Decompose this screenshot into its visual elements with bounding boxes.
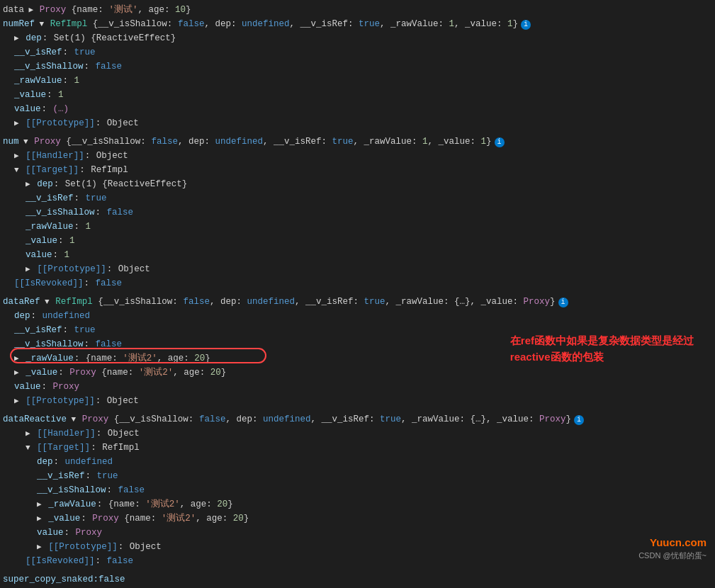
target-arrow[interactable]: ▼ (14, 164, 19, 176)
dr-dep-val: undefined (37, 310, 90, 322)
dra-isshallow-row: __v_isShallow : false (0, 483, 715, 497)
target-proto-val: Object (113, 263, 150, 276)
target-val: RefImpl (86, 164, 128, 176)
value2-row[interactable]: value : (…) (0, 102, 715, 116)
dra-rawvalue-row[interactable]: ▶ _rawValue : {name: '测试2', age: 20} (0, 497, 715, 511)
dra-dep-val: undefined (60, 456, 113, 468)
dr-rawvalue-val: {name: '测试2', age: 20} (80, 352, 210, 365)
dr-value-arrow[interactable]: ▶ (14, 366, 19, 379)
dra-value-row[interactable]: ▶ _value : Proxy {name: '测试2', age: 20} (0, 511, 715, 526)
dra-rawvalue-arrow[interactable]: ▶ (37, 498, 42, 511)
expand-arrow-dep[interactable]: ▶ (14, 32, 19, 45)
dataref-value: {__v_isShallow: false, dep: undefined, _… (93, 295, 556, 308)
handler-arrow[interactable]: ▶ (14, 149, 19, 162)
dataref-collapse[interactable]: ▼ (40, 295, 55, 308)
handler-key: [[Handler]] (21, 149, 84, 162)
datareactive-info-icon[interactable]: i (574, 415, 584, 425)
dra-handler-row[interactable]: ▶ [[Handler]] : Object (0, 426, 715, 441)
devtools-panel: data ▶ Proxy {name: '测试', age: 10} numRe… (0, 0, 715, 588)
watermark-csdn: CSDN @忧郁的蛋~ (638, 550, 706, 561)
dra-handler-val: Object (102, 427, 140, 440)
dataref-info-icon[interactable]: i (558, 298, 568, 307)
prototype-row[interactable]: ▶ [[Prototype]] : Object (0, 116, 715, 130)
target-proto-key: [[Prototype]] (32, 263, 106, 276)
num-info-icon[interactable]: i (495, 137, 505, 147)
dra-proto-arrow[interactable]: ▶ (37, 541, 42, 553)
target-value2-row: value : 1 (0, 248, 715, 262)
target-rawvalue-key: _rawValue (26, 220, 74, 233)
dr-proto-key: [[Prototype]] (21, 395, 95, 407)
dr-dep-row: dep : undefined (0, 309, 715, 323)
dep-key: dep (21, 32, 42, 45)
dr-isshallow-key: __v_isShallow (14, 338, 84, 351)
dra-proto-row[interactable]: ▶ [[Prototype]] : Object (0, 540, 715, 554)
target-proto-arrow[interactable]: ▶ (26, 263, 30, 276)
numref-label: numRef (3, 18, 35, 30)
dra-target-arrow[interactable]: ▼ (26, 441, 30, 454)
target-isref-key: __v_isRef (26, 192, 74, 205)
num-value: {__v_isShallow: false, dep: undefined, _… (61, 135, 492, 148)
target-dep-arrow[interactable]: ▶ (26, 178, 30, 191)
datareactive-value: {__v_isShallow: false, dep: undefined, _… (108, 413, 571, 426)
data-row[interactable]: data ▶ Proxy {name: '测试', age: 10} (0, 3, 715, 17)
dr-value-row[interactable]: ▶ _value : Proxy {name: '测试2', age: 20} (0, 366, 715, 380)
target-value2-key: value (26, 249, 52, 261)
collapse-arrow[interactable]: ▼ (35, 18, 49, 30)
target-proto-row[interactable]: ▶ [[Prototype]] : Object (0, 262, 715, 276)
numref-value: {__v_isShallow: false, dep: undefined, _… (87, 18, 518, 30)
dataref-row[interactable]: dataRef ▼ RefImpl {__v_isShallow: false,… (0, 295, 715, 309)
dra-target-val: RefImpl (97, 441, 140, 454)
dra-value3-key: value (37, 526, 64, 539)
proxy-type: Proxy (40, 4, 67, 16)
isrevoked-val: false (90, 277, 122, 290)
datareactive-label: dataReactive (3, 413, 67, 426)
v-isref-val: true (69, 46, 96, 59)
dr-proto-arrow[interactable]: ▶ (14, 395, 19, 407)
num-collapse-arrow[interactable]: ▼ (19, 135, 33, 148)
annotation-text: 在ref函数中如果是复杂数据类型是经过reactive函数的包装 (510, 333, 694, 365)
supercopy-row[interactable]: super_copy_snaked:false (0, 572, 715, 587)
refimpl-type: RefImpl (50, 18, 88, 30)
datareactive-row[interactable]: dataReactive ▼ Proxy {__v_isShallow: fal… (0, 412, 715, 426)
dra-isrevoked-key: [[IsRevoked]] (26, 555, 95, 567)
dra-value-arrow[interactable]: ▶ (37, 512, 42, 525)
dr-value3-row: value : Proxy (0, 380, 715, 394)
dra-value3-val: Proxy (70, 526, 102, 539)
expand-proto-arrow[interactable]: ▶ (14, 117, 19, 130)
dr-proto-row[interactable]: ▶ [[Prototype]] : Object (0, 394, 715, 408)
dep-row[interactable]: ▶ dep : Set(1) {ReactiveEffect} (0, 31, 715, 45)
rawvalue-key: _rawValue (14, 74, 62, 87)
supercopy-label: super_copy_snaked:false (3, 573, 125, 586)
prototype-val: Object (101, 117, 139, 130)
dataref-label: dataRef (3, 295, 40, 308)
data-value: {name: '测试', age: 10} (66, 4, 191, 16)
dr-value3-key: value (14, 380, 41, 393)
dr-isref-key: __v_isRef (14, 324, 62, 337)
target-value-val: 1 (64, 234, 75, 247)
dra-dep-key: dep (37, 456, 53, 468)
dr-rawvalue-arrow[interactable]: ▶ (14, 352, 19, 365)
value-row: _value : 1 (0, 88, 715, 102)
v-isshallow-row: __v_isShallow : false (0, 60, 715, 74)
dra-rawvalue-val: {name: '测试2', age: 20} (103, 498, 233, 511)
num-label: num (3, 135, 19, 148)
dra-target-row[interactable]: ▼ [[Target]] : RefImpl (0, 441, 715, 455)
dra-isref-row: __v_isRef : true (0, 469, 715, 483)
dra-handler-key: [[Handler]] (32, 427, 96, 440)
numref-row[interactable]: numRef ▼ RefImpl {__v_isShallow: false, … (0, 17, 715, 31)
datareactive-type: Proxy (82, 413, 109, 426)
target-dep-row[interactable]: ▶ dep : Set(1) {ReactiveEffect} (0, 177, 715, 191)
dra-proto-val: Object (124, 541, 162, 553)
expand-arrow[interactable]: ▶ (24, 4, 38, 16)
value-val: 1 (53, 89, 64, 101)
num-row[interactable]: num ▼ Proxy {__v_isShallow: false, dep: … (0, 135, 715, 149)
info-icon[interactable]: i (521, 20, 531, 30)
dep-value: Set(1) {ReactiveEffect} (48, 32, 176, 45)
target-isref-row: __v_isRef : true (0, 191, 715, 205)
dra-value-content: {name: '测试2', age: 20} (119, 512, 249, 525)
datareactive-collapse[interactable]: ▼ (67, 413, 81, 426)
handler-row[interactable]: ▶ [[Handler]] : Object (0, 149, 715, 163)
target-row[interactable]: ▼ [[Target]] : RefImpl (0, 163, 715, 177)
num-proxy-type: Proxy (34, 135, 61, 148)
dra-handler-arrow[interactable]: ▶ (26, 427, 30, 440)
